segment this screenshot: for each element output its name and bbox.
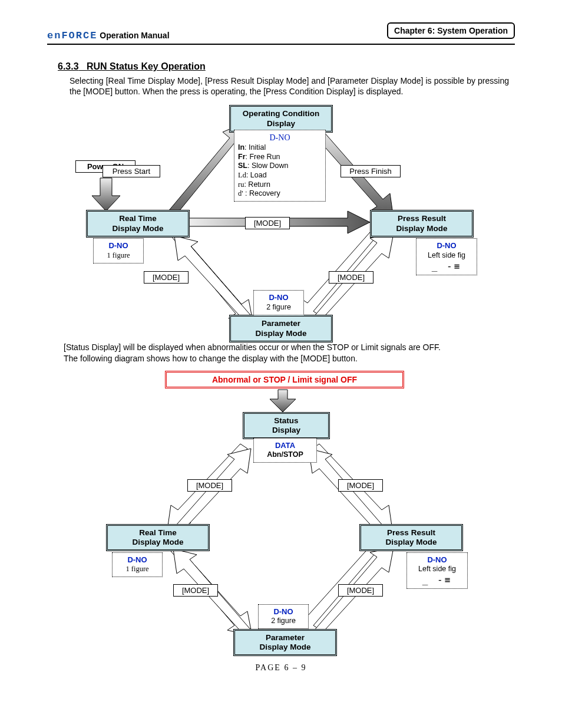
real-time-box-2: Real TimeDisplay Mode <box>106 524 210 551</box>
header-left: enFORCE Operation Manual <box>47 30 170 41</box>
status-para-a: [Status Display] will be displayed when … <box>64 342 509 353</box>
dno-legend: D-NO In: Initial Fr: Free Run SL: Slow D… <box>234 130 326 201</box>
parameter-box: ParameterDisplay Mode <box>229 315 333 342</box>
dno-leftfig: D-NO Left side fig _ -≡ <box>416 238 477 275</box>
brand-logo: enFORCE <box>47 30 97 41</box>
dno-1fig-2: D-NO 1 figure <box>112 552 163 577</box>
mode-bl: [MODE] <box>144 271 189 284</box>
press-start-label: Press Start <box>103 165 160 177</box>
diagram-status-display: Abnormal or STOP / Limit signal OFF Stat… <box>47 366 515 661</box>
page-header: enFORCE Operation Manual Chapter 6: Syst… <box>47 22 515 45</box>
mode-ll: [MODE] <box>173 584 218 597</box>
dno-2fig: D-NO 2 figure <box>253 290 304 315</box>
diagram-run-status: Power ON Operating Condition Display D-N… <box>47 100 515 342</box>
intro-paragraph: Selecting [Real Time Display Mode], [Pre… <box>70 75 509 97</box>
press-finish-label: Press Finish <box>340 165 401 177</box>
abnormal-box: Abnormal or STOP / Limit signal OFF <box>165 371 404 388</box>
mode-center: [MODE] <box>245 217 290 229</box>
dno-1fig: D-NO 1 figure <box>93 238 144 263</box>
data-abn-box: DATA Abn/STOP <box>253 438 317 463</box>
real-time-box: Real TimeDisplay Mode <box>86 210 190 237</box>
status-para-b: The following diagram shows how to chang… <box>64 353 509 364</box>
page-footer: PAGE 6 – 9 <box>47 663 515 673</box>
parameter-box-2: ParameterDisplay Mode <box>233 629 337 656</box>
seg-display-icon-2: _ -≡ <box>411 574 464 586</box>
status-display-box: StatusDisplay <box>243 412 330 439</box>
mode-br: [MODE] <box>329 271 373 284</box>
dno-2fig-2: D-NO 2 figure <box>258 604 309 629</box>
chapter-box: Chapter 6: System Operation <box>387 22 515 39</box>
manual-title: Operation Manual <box>100 31 169 40</box>
mode-ur: [MODE] <box>338 479 383 492</box>
dno-leftfig-2: D-NO Left side fig _ -≡ <box>406 552 468 589</box>
mode-ul: [MODE] <box>187 479 232 492</box>
section-heading: 6.3.3 RUN Status Key Operation <box>58 61 515 72</box>
mode-lr: [MODE] <box>338 584 383 597</box>
press-result-box-2: Press ResultDisplay Mode <box>359 524 463 551</box>
operating-condition-box: Operating Condition Display <box>229 105 333 132</box>
section-title-text: RUN Status Key Operation <box>87 61 206 71</box>
section-number: 6.3.3 <box>58 61 79 71</box>
press-result-box: Press ResultDisplay Mode <box>370 210 474 237</box>
seg-display-icon: _ -≡ <box>420 261 473 272</box>
